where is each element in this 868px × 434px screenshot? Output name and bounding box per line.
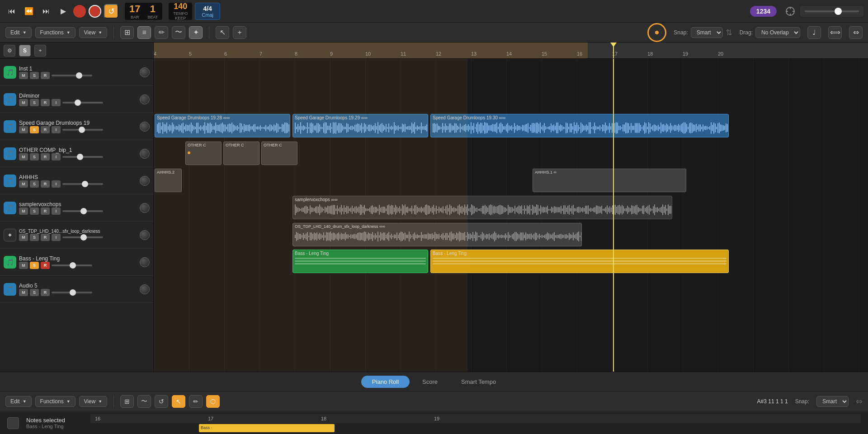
solo-btn-sampler[interactable]: S: [30, 208, 39, 215]
tab-piano-roll[interactable]: Piano Roll: [361, 376, 410, 388]
capture-button[interactable]: [89, 5, 101, 18]
mute-btn-ostdp[interactable]: M: [19, 234, 28, 241]
play-button[interactable]: ▶: [56, 4, 71, 19]
clip-other-1[interactable]: OTHER C: [185, 142, 222, 165]
input-btn-drumloops[interactable]: I: [52, 126, 61, 133]
solo-btn-ostdp[interactable]: S: [30, 234, 39, 241]
input-btn-ahhhs[interactable]: I: [52, 180, 61, 188]
solo-btn-bass[interactable]: S: [30, 262, 39, 269]
fader-dminor[interactable]: [62, 102, 103, 104]
wave-tool-button[interactable]: 〜: [172, 26, 185, 39]
tempo-display[interactable]: 140 TEMPO KEEP: [169, 3, 192, 20]
forward-skip-button[interactable]: ⏭: [39, 4, 53, 19]
clip-sampler[interactable]: samplervoxchops ∞∞: [292, 196, 672, 219]
record-btn-ostdp[interactable]: R: [41, 234, 50, 241]
mute-btn-othercomp[interactable]: M: [19, 153, 28, 160]
list-view-button[interactable]: ≡: [137, 26, 151, 39]
fader-audio5[interactable]: [52, 292, 92, 293]
align-button[interactable]: ⟺: [828, 26, 842, 39]
solo-btn-drumloops[interactable]: S: [30, 126, 39, 133]
grid-view-button[interactable]: ⊞: [120, 26, 134, 39]
fader-bass[interactable]: [52, 264, 92, 266]
pan-knob-inst1[interactable]: [140, 67, 150, 77]
clip-ahhhs-2[interactable]: AHHHS.1 ∞: [533, 169, 686, 192]
solo-btn-ahhhs[interactable]: S: [30, 180, 39, 188]
tab-smart-tempo[interactable]: Smart Tempo: [450, 376, 507, 388]
clip-other-3[interactable]: OTHER C: [261, 142, 297, 165]
piano-view-button[interactable]: View ▼: [79, 396, 108, 407]
metronome-button[interactable]: ♩: [807, 26, 821, 39]
pan-knob-ahhhs[interactable]: [140, 176, 150, 186]
solo-btn-othercomp[interactable]: S: [30, 153, 39, 160]
record-btn-drumloops[interactable]: R: [41, 126, 50, 133]
piano-snap-select[interactable]: Smart: [816, 396, 849, 407]
record-btn-dminor[interactable]: R: [41, 99, 50, 106]
piano-loop-button[interactable]: ↺: [155, 395, 168, 408]
piano-edit-button[interactable]: Edit ▼: [5, 396, 32, 407]
input-btn-othercomp[interactable]: I: [52, 153, 61, 160]
clip-ahhhs-1[interactable]: AHHHS.2: [155, 169, 182, 192]
fader-ostdp[interactable]: [62, 236, 103, 238]
snap-select[interactable]: Smart: [691, 27, 723, 38]
fader-sampler[interactable]: [62, 210, 103, 212]
loop-button[interactable]: ↺: [104, 4, 118, 19]
mute-btn-bass[interactable]: M: [19, 262, 28, 269]
input-btn-sampler[interactable]: I: [52, 208, 61, 215]
pointer-tool[interactable]: ↖: [216, 26, 229, 39]
solo-btn-inst1[interactable]: S: [30, 72, 39, 79]
record-btn-ahhhs[interactable]: R: [41, 180, 50, 188]
fader-ahhhs[interactable]: [62, 183, 103, 185]
piano-cursor-button[interactable]: ↖: [172, 395, 185, 408]
piano-pen-button[interactable]: ✏: [189, 395, 203, 408]
pan-knob-sampler[interactable]: [140, 203, 150, 213]
solo-btn-audio5[interactable]: S: [30, 289, 39, 296]
record-btn-bass[interactable]: R: [41, 262, 50, 269]
mute-btn-dminor[interactable]: M: [19, 99, 28, 106]
piano-vel-button[interactable]: 〜: [137, 395, 151, 408]
pan-knob-audio5[interactable]: [140, 284, 150, 294]
pan-knob-bass[interactable]: [140, 257, 150, 267]
pan-knob-othercomp[interactable]: [140, 149, 150, 159]
global-add-button[interactable]: +: [34, 45, 46, 57]
global-settings-button[interactable]: ⚙: [4, 45, 15, 57]
piano-functions-button[interactable]: Functions ▼: [35, 396, 75, 407]
clip-bass-1[interactable]: Bass - Leng Ting: [292, 250, 428, 273]
drag-select[interactable]: No Overlap: [755, 27, 800, 38]
record-button[interactable]: [73, 5, 86, 18]
back-skip-button[interactable]: ⏪: [22, 4, 36, 19]
tab-score[interactable]: Score: [411, 376, 448, 388]
pan-knob-dminor[interactable]: [140, 94, 150, 104]
fader-othercomp[interactable]: [62, 156, 103, 158]
global-s-button[interactable]: S: [19, 45, 31, 57]
mute-btn-sampler[interactable]: M: [19, 208, 28, 215]
add-tool[interactable]: +: [233, 26, 246, 39]
pen-tool-button[interactable]: ✏: [155, 26, 168, 39]
record-btn-audio5[interactable]: R: [41, 289, 50, 296]
functions-menu-button[interactable]: Functions ▼: [35, 27, 75, 38]
mute-btn-inst1[interactable]: M: [19, 72, 28, 79]
fader-inst1[interactable]: [52, 75, 92, 76]
clip-bass-2[interactable]: Bass - Leng Ting: [430, 250, 729, 273]
input-btn-dminor[interactable]: I: [52, 99, 61, 106]
record-btn-sampler[interactable]: R: [41, 208, 50, 215]
record-btn-othercomp[interactable]: R: [41, 153, 50, 160]
mute-btn-audio5[interactable]: M: [19, 289, 28, 296]
clip-other-2[interactable]: OTHER C: [223, 142, 259, 165]
clip-drumloops-1[interactable]: Speed Garage Drumloops 19.28 ∞∞: [155, 114, 290, 137]
pan-knob-ostdp[interactable]: [140, 230, 150, 240]
key-display[interactable]: 4/4 Cmaj: [195, 3, 220, 20]
master-slider[interactable]: [800, 6, 863, 17]
mini-preview-button[interactable]: [7, 417, 19, 429]
piano-link-button[interactable]: ⬡: [206, 395, 220, 408]
clip-ostdp[interactable]: OS_TDP_LHD_140_drum_sfx_loop_darkness ∞∞: [292, 223, 582, 246]
clip-drumloops-3[interactable]: Speed Garage Drumloops 19.30 ∞∞: [430, 114, 729, 137]
view-menu-button[interactable]: View ▼: [79, 27, 108, 38]
rewind-button[interactable]: ⏮: [5, 4, 19, 19]
fader-drumloops[interactable]: [62, 129, 103, 131]
resize-button[interactable]: ⇔: [849, 26, 863, 39]
solo-btn-dminor[interactable]: S: [30, 99, 39, 106]
pan-knob-drumloops[interactable]: [140, 122, 150, 132]
clip-drumloops-2[interactable]: Speed Garage Drumloops 19.29 ∞∞: [292, 114, 428, 137]
piano-quantize-button[interactable]: ⊞: [120, 395, 134, 408]
mute-btn-ahhhs[interactable]: M: [19, 180, 28, 188]
